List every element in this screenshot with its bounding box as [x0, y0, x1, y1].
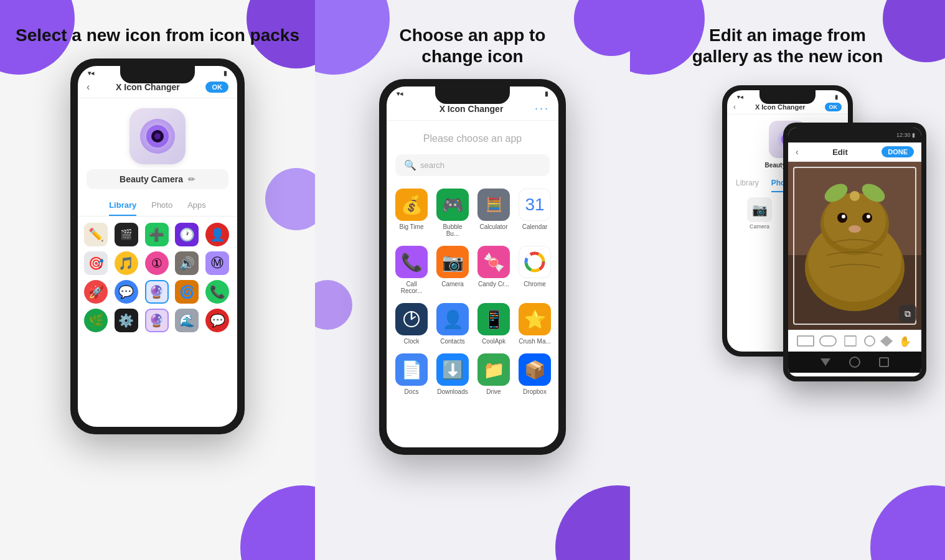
phone-screen-left: ▾◂ 12:30 ▮ ‹ X Icon Changer OK	[78, 66, 237, 427]
tab-library[interactable]: Library	[109, 200, 136, 216]
grid-icon[interactable]: 🌀	[175, 280, 199, 304]
grid-icon[interactable]: 🌊	[175, 309, 199, 332]
back-button[interactable]: ‹	[87, 82, 90, 93]
tab-apps[interactable]: Apps	[187, 200, 206, 216]
more-options-button[interactable]: ···	[535, 102, 550, 115]
nav-recents[interactable]	[879, 357, 889, 367]
grid-icon[interactable]: 🚀	[84, 280, 108, 304]
app-icon	[395, 303, 428, 335]
decoration-blob	[315, 0, 390, 75]
app-item-name-crush: Crush Ma...	[519, 338, 551, 345]
grid-icon[interactable]: 🌿	[84, 309, 108, 332]
panel-title-middle: Choose an app tochange icon	[400, 25, 546, 67]
app-item[interactable]: 📁 Drive	[477, 353, 510, 395]
app-item[interactable]: 📷 Camera	[436, 246, 469, 294]
grid-icon[interactable]: 🎵	[115, 251, 138, 275]
grid-icon[interactable]: Ⓜ	[205, 251, 229, 275]
app-title-small: X Icon Changer	[755, 103, 806, 111]
decoration-blob	[240, 485, 315, 560]
phone-screen-android: 12:30 ▮ ‹ Edit DONE	[788, 128, 921, 376]
grid-icon[interactable]: 📞	[205, 280, 229, 304]
crop-rounded-tool[interactable]	[819, 335, 837, 347]
app-item[interactable]: 💰 Big Time	[395, 189, 428, 237]
grid-icon[interactable]: 💬	[115, 280, 138, 304]
ok-button[interactable]: OK	[205, 82, 228, 93]
tab-library-small[interactable]: Library	[736, 179, 759, 192]
battery-icon: ▮	[545, 90, 548, 97]
battery-icon: ▮	[835, 94, 838, 100]
done-button[interactable]: DONE	[882, 146, 914, 157]
grid-icon[interactable]: 🎯	[84, 251, 108, 275]
edit-icon[interactable]: ✏	[188, 174, 195, 184]
app-icon: 📱	[477, 303, 510, 335]
grid-icon[interactable]: 🔊	[175, 251, 199, 275]
app-icon: 🎮	[436, 189, 469, 221]
crop-diamond-tool[interactable]	[880, 335, 893, 347]
panel-title-left: Select a new icon from icon packs	[16, 25, 299, 46]
app-list: 💰 Big Time 🎮 Bubble Bu... 🧮 Calculator 3…	[387, 182, 558, 401]
grid-icon[interactable]: ✏️	[84, 223, 108, 246]
app-icon: ⭐	[519, 303, 551, 335]
tab-photo[interactable]: Photo	[151, 200, 172, 216]
android-notch: 12:30 ▮	[788, 128, 921, 142]
app-item-name: Camera	[441, 281, 464, 287]
app-title-middle: X Icon Changer	[440, 104, 504, 114]
app-icon: 📄	[395, 353, 428, 386]
search-icon: 🔍	[404, 159, 416, 171]
app-item[interactable]: 🎮 Bubble Bu...	[436, 189, 469, 237]
app-item-name: Calendar	[522, 223, 548, 230]
decoration-blob	[555, 485, 630, 560]
choose-app-prompt: Please choose an app	[387, 121, 558, 148]
app-icon: 💰	[395, 189, 428, 221]
phone-notch	[759, 90, 816, 104]
app-item[interactable]: 31 Calendar	[519, 189, 551, 237]
signal-icon: ▾◂	[737, 94, 743, 100]
grid-icon[interactable]: ①	[145, 251, 169, 275]
app-item[interactable]: 👤 Contacts	[436, 303, 469, 345]
app-item[interactable]: 📱 CoolApk	[477, 303, 510, 345]
nav-back[interactable]	[820, 358, 830, 366]
app-item-name: Docs	[405, 388, 419, 395]
grid-icon-selected[interactable]: 🔮	[145, 280, 169, 304]
app-item-name: CoolApk	[482, 338, 505, 345]
signal-icon: ▾◂	[88, 70, 94, 77]
grid-icon[interactable]: 💬	[205, 309, 229, 332]
hand-tool[interactable]: ✋	[898, 335, 913, 347]
back-button-android[interactable]: ‹	[796, 147, 799, 157]
signal-icon: ▾◂	[397, 90, 403, 97]
crop-circle-tool[interactable]	[864, 335, 875, 347]
app-item[interactable]: 📄 Docs	[395, 353, 428, 395]
grid-icon[interactable]: 🕐	[175, 223, 199, 246]
app-item[interactable]: 🧮 Calculator	[477, 189, 510, 237]
app-item-name: Candy Cr...	[478, 281, 509, 287]
crop-square-tool[interactable]	[797, 335, 814, 347]
app-item[interactable]: 🍬 Candy Cr...	[477, 246, 510, 294]
app-item[interactable]: ⭐ Crush Ma...	[519, 303, 551, 345]
app-item[interactable]: Clock	[395, 303, 428, 345]
grid-icon[interactable]: 🎬	[115, 223, 138, 246]
app-item[interactable]: ⬇️ Downloads	[436, 353, 469, 395]
panel-right: Edit an image fromgallery as the new ico…	[630, 0, 945, 560]
small-icon-item[interactable]: 📷 Camera	[733, 197, 786, 230]
copy-icon: ⧉	[905, 309, 911, 319]
camera-label: Camera	[750, 223, 769, 230]
grid-icon[interactable]: 🔮	[145, 309, 169, 332]
nav-home[interactable]	[849, 357, 860, 368]
decoration-blob	[265, 168, 315, 230]
copy-button[interactable]: ⧉	[899, 305, 916, 322]
android-nav-bar	[788, 352, 921, 373]
crop-narrow-tool[interactable]	[844, 335, 857, 347]
decoration-blob	[574, 0, 630, 56]
app-item[interactable]: 📦 Dropbox	[519, 353, 551, 395]
back-button[interactable]: ‹	[733, 103, 736, 111]
phone-mockup-left: ▾◂ 12:30 ▮ ‹ X Icon Changer OK	[70, 58, 245, 434]
app-item-name: Downloads	[437, 388, 468, 395]
app-item[interactable]: Chrome	[519, 246, 551, 294]
phone-mockup-android: 12:30 ▮ ‹ Edit DONE	[783, 123, 926, 381]
grid-icon[interactable]: 👤	[205, 223, 229, 246]
app-item[interactable]: 📞 Call Recor...	[395, 246, 428, 294]
grid-icon[interactable]: ➕	[145, 223, 169, 246]
ok-button-small[interactable]: OK	[825, 103, 842, 111]
grid-icon[interactable]: ⚙️	[115, 309, 138, 332]
search-bar[interactable]: 🔍 search	[395, 154, 550, 176]
